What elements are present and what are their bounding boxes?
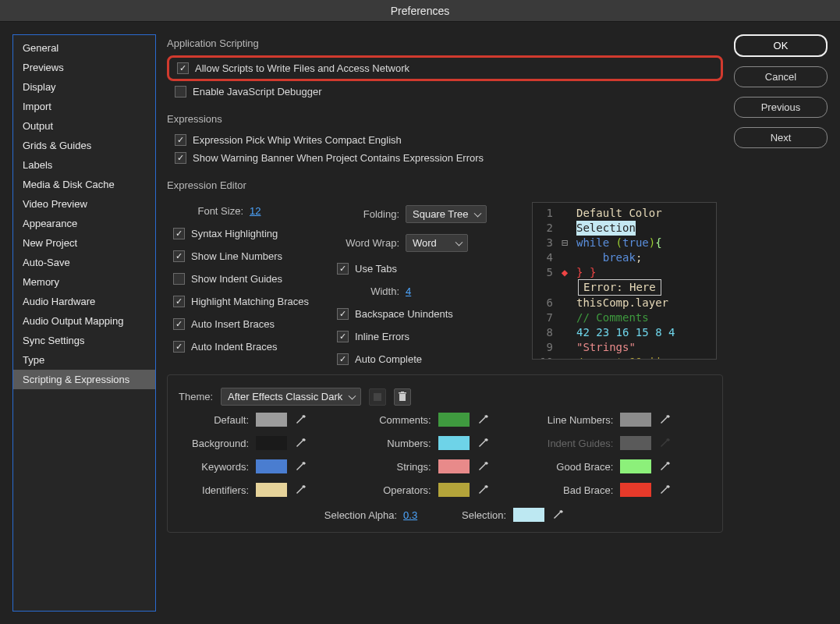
titlebar: Preferences — [0, 0, 840, 22]
tab-width-value[interactable]: 4 — [406, 285, 411, 297]
sidebar-item-video-preview[interactable]: Video Preview — [13, 194, 155, 214]
pick-whip-label: Expression Pick Whip Writes Compact Engl… — [193, 134, 402, 146]
sidebar-item-previews[interactable]: Previews — [13, 58, 155, 77]
keywords-swatch[interactable] — [255, 459, 288, 474]
good_brace-eyedropper-icon[interactable] — [658, 459, 672, 473]
auto-indent-label: Auto Indent Braces — [191, 341, 278, 353]
auto-complete-label: Auto Complete — [355, 353, 422, 365]
background-swatch[interactable] — [255, 435, 288, 451]
sidebar-item-display[interactable]: Display — [13, 77, 155, 97]
sidebar-item-media-disk-cache[interactable]: Media & Disk Cache — [13, 175, 155, 194]
bad_brace-eyedropper-icon[interactable] — [658, 483, 672, 497]
auto-insert-label: Auto Insert Braces — [191, 318, 275, 330]
comments-eyedropper-icon[interactable] — [477, 413, 491, 427]
line-nums-checkbox[interactable] — [173, 250, 185, 262]
expression-editor-group: Expression Editor Font Size: 12 Syntax H… — [167, 179, 723, 542]
word-wrap-select[interactable]: Word — [406, 234, 468, 252]
default-color-label: Default: — [179, 414, 249, 426]
use-tabs-checkbox[interactable] — [337, 263, 349, 275]
bad_brace-color-label: Bad Brace: — [543, 484, 613, 496]
line_numbers-color-label: Line Numbers: — [543, 414, 613, 426]
backspace-unindent-label: Backspace Unindents — [355, 308, 453, 320]
dialog-buttons: OK Cancel Previous Next — [734, 34, 828, 612]
font-size-value[interactable]: 12 — [250, 205, 261, 217]
word-wrap-label: Word Wrap: — [337, 237, 399, 249]
folding-label: Folding: — [337, 208, 399, 220]
strings-swatch[interactable] — [438, 459, 470, 474]
preferences-sidebar: GeneralPreviewsDisplayImportOutputGrids … — [12, 34, 156, 612]
inline-errors-label: Inline Errors — [355, 331, 409, 342]
sidebar-item-type[interactable]: Type — [13, 350, 155, 370]
font-size-label: Font Size: — [173, 205, 243, 217]
selection-alpha-value[interactable]: 0.3 — [403, 509, 417, 521]
expressions-title: Expressions — [167, 113, 723, 125]
match-braces-checkbox[interactable] — [173, 296, 185, 307]
background-eyedropper-icon[interactable] — [294, 436, 308, 450]
auto-insert-checkbox[interactable] — [173, 318, 185, 330]
selection-swatch[interactable] — [512, 507, 545, 523]
next-button[interactable]: Next — [734, 127, 828, 148]
folding-select[interactable]: Square Tree — [406, 205, 487, 223]
highlighted-allow-scripts: Allow Scripts to Write Files and Access … — [167, 55, 723, 81]
sidebar-item-output[interactable]: Output — [13, 116, 155, 136]
identifiers-color-label: Identifiers: — [179, 484, 249, 496]
good_brace-swatch[interactable] — [619, 459, 652, 474]
window-title: Preferences — [391, 5, 449, 17]
js-debugger-label: Enable JavaScript Debugger — [193, 86, 322, 98]
sidebar-item-scripting-expressions[interactable]: Scripting & Expressions — [13, 370, 155, 389]
sidebar-item-grids-guides[interactable]: Grids & Guides — [13, 136, 155, 155]
operators-swatch[interactable] — [438, 482, 470, 498]
default-eyedropper-icon[interactable] — [294, 413, 308, 427]
indent-color-label: Indent Guides: — [543, 438, 613, 449]
identifiers-eyedropper-icon[interactable] — [294, 483, 308, 497]
match-braces-label: Highlight Matching Braces — [191, 296, 309, 307]
auto-indent-checkbox[interactable] — [173, 341, 185, 353]
numbers-eyedropper-icon[interactable] — [477, 436, 491, 450]
default-swatch[interactable] — [255, 412, 288, 427]
strings-eyedropper-icon[interactable] — [477, 459, 491, 473]
sidebar-item-audio-output-mapping[interactable]: Audio Output Mapping — [13, 311, 155, 331]
indent-guides-checkbox[interactable] — [173, 273, 185, 285]
application-scripting-title: Application Scripting — [167, 37, 723, 49]
sidebar-item-auto-save[interactable]: Auto-Save — [13, 253, 155, 272]
bad_brace-swatch[interactable] — [619, 482, 652, 498]
delete-theme-icon[interactable] — [394, 388, 411, 406]
operators-color-label: Operators: — [361, 484, 431, 496]
line_numbers-swatch[interactable] — [619, 412, 652, 427]
ok-button[interactable]: OK — [734, 34, 828, 57]
selection-color-label: Selection: — [436, 509, 506, 521]
auto-complete-checkbox[interactable] — [337, 353, 349, 365]
sidebar-item-appearance[interactable]: Appearance — [13, 214, 155, 233]
cancel-button[interactable]: Cancel — [734, 66, 828, 87]
keywords-eyedropper-icon[interactable] — [294, 459, 308, 473]
sidebar-item-labels[interactable]: Labels — [13, 155, 155, 175]
sidebar-item-new-project[interactable]: New Project — [13, 233, 155, 253]
numbers-swatch[interactable] — [438, 435, 470, 451]
theme-select[interactable]: After Effects Classic Dark — [221, 388, 361, 406]
indent-swatch — [619, 435, 652, 451]
selection-eyedropper-icon[interactable] — [551, 508, 565, 522]
allow-scripts-label: Allow Scripts to Write Files and Access … — [195, 62, 409, 74]
syntax-hl-checkbox[interactable] — [173, 228, 185, 239]
sidebar-item-import[interactable]: Import — [13, 97, 155, 116]
use-tabs-label: Use Tabs — [355, 263, 397, 275]
backspace-unindent-checkbox[interactable] — [337, 308, 349, 320]
sidebar-item-sync-settings[interactable]: Sync Settings — [13, 331, 155, 350]
line_numbers-eyedropper-icon[interactable] — [658, 413, 672, 427]
sidebar-item-memory[interactable]: Memory — [13, 272, 155, 292]
js-debugger-checkbox[interactable] — [175, 86, 186, 98]
comments-swatch[interactable] — [438, 412, 470, 427]
expression-editor-title: Expression Editor — [167, 179, 723, 191]
color-settings-panel: Theme: After Effects Classic Dark Defaul… — [167, 374, 723, 533]
allow-scripts-checkbox[interactable] — [177, 62, 189, 74]
identifiers-swatch[interactable] — [255, 482, 288, 498]
background-color-label: Background: — [179, 438, 249, 449]
pick-whip-checkbox[interactable] — [175, 134, 186, 146]
operators-eyedropper-icon[interactable] — [477, 483, 491, 497]
previous-button[interactable]: Previous — [734, 97, 828, 118]
inline-errors-checkbox[interactable] — [337, 331, 349, 342]
strings-color-label: Strings: — [361, 461, 431, 473]
sidebar-item-audio-hardware[interactable]: Audio Hardware — [13, 292, 155, 311]
warning-banner-checkbox[interactable] — [175, 152, 186, 164]
sidebar-item-general[interactable]: General — [13, 38, 155, 58]
